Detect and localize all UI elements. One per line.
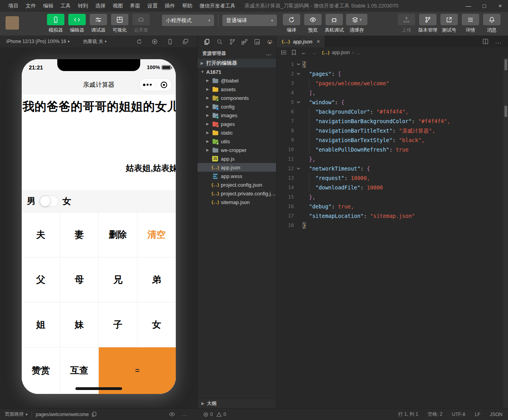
fold-chevron-icon[interactable]	[294, 98, 303, 107]
sim-multi-window-button[interactable]	[183, 39, 188, 45]
menu-item[interactable]: 界面	[126, 0, 144, 12]
sim-record-button[interactable]	[152, 39, 158, 45]
keypad-button[interactable]: 父	[22, 257, 60, 302]
hot-reload-toggle[interactable]: 热重载 关 ▾	[83, 38, 107, 45]
page-path-label[interactable]: 页面路径	[5, 411, 24, 418]
tree-section[interactable]: ▼A1671	[198, 68, 276, 76]
compile-select[interactable]: 普通编译 ▾	[222, 15, 277, 26]
keypad-button[interactable]: 夫	[22, 212, 60, 257]
statusbar-segment[interactable]: UTF-8	[452, 412, 465, 417]
folder-item[interactable]: ▶utils	[198, 137, 276, 146]
statusbar-segment[interactable]: 空格: 2	[428, 411, 442, 418]
more-menu-button[interactable]	[139, 84, 156, 86]
eye-icon[interactable]	[169, 412, 175, 416]
menu-item[interactable]: 微信开发者工具	[196, 0, 239, 12]
sim-phone-frame-button[interactable]	[167, 39, 173, 45]
outline-section[interactable]: ▶ 大纲	[198, 398, 276, 408]
keypad-button[interactable]: 妻	[60, 212, 99, 257]
toolbar-button-refresh[interactable]: 编译	[282, 14, 301, 34]
folder-item[interactable]: ▶static	[198, 128, 276, 137]
menu-item[interactable]: 插件	[161, 0, 179, 12]
toolbar-button-bell[interactable]: 消息	[482, 14, 501, 34]
tab-app-json[interactable]: {..} app.json ×	[277, 36, 325, 47]
activity-branch-button[interactable]	[226, 39, 239, 45]
keypad-button[interactable]: 兄	[99, 257, 137, 302]
keypad-button[interactable]: 女	[137, 302, 176, 347]
toolbar-button-external[interactable]: 测试号	[440, 14, 459, 34]
split-editor-icon[interactable]	[483, 39, 488, 44]
overview-ruler[interactable]	[503, 58, 508, 408]
folder-item[interactable]: ▶pages	[198, 120, 276, 128]
close-tab-icon[interactable]: ×	[317, 38, 320, 45]
file-item[interactable]: JSapp.js	[198, 154, 276, 163]
menu-item[interactable]: 设置	[144, 0, 161, 12]
keypad-button[interactable]: 姐	[22, 302, 60, 347]
user-avatar[interactable]	[6, 16, 19, 30]
statusbar-segment[interactable]: LF	[475, 412, 480, 417]
menu-item[interactable]: 编辑	[40, 0, 57, 12]
more-actions-icon[interactable]: ...	[182, 412, 187, 417]
menu-item[interactable]: 帮助	[179, 0, 196, 12]
toolbar-button-phone[interactable]: 模拟器	[46, 14, 65, 34]
toolbar-button-layers[interactable]: ▾清缓存	[346, 14, 367, 34]
menu-item[interactable]: 转到	[74, 0, 92, 12]
keypad-button[interactable]: 删除	[99, 212, 137, 257]
toolbar-button-debug[interactable]: 调试器	[89, 14, 108, 34]
toolbar-button-code[interactable]: 编辑器	[68, 14, 87, 34]
exit-button[interactable]	[156, 81, 172, 89]
folder-item[interactable]: ▶components	[198, 94, 276, 102]
breadcrumb[interactable]: {..} app.json › ...	[322, 50, 360, 55]
keypad-button[interactable]: 赞赏	[22, 347, 60, 394]
file-item[interactable]: {..}sitemap.json	[198, 198, 276, 206]
keypad-button[interactable]: 清空	[137, 212, 176, 257]
activity-extensions-button[interactable]	[238, 39, 251, 45]
device-select[interactable]: iPhone 12/13 (Pro) 100% 16 ▾	[6, 39, 70, 44]
nav-back-icon[interactable]: ←	[301, 49, 307, 56]
copy-icon[interactable]	[92, 412, 96, 417]
more-actions-icon[interactable]: ...	[266, 51, 271, 56]
tree-section[interactable]: ▶打开的编辑器	[198, 59, 276, 68]
code-editor[interactable]: 1{2 "pages": [3 "pages/welcome/welcome"4…	[277, 58, 508, 408]
keypad-button[interactable]: 子	[99, 302, 137, 347]
more-actions-icon[interactable]: ...	[495, 38, 502, 45]
fold-chevron-icon[interactable]	[294, 164, 303, 173]
bookmark-icon[interactable]	[292, 50, 296, 55]
keypad-button[interactable]: 弟	[137, 257, 176, 302]
mode-select[interactable]: 小程序模式 ▾	[162, 15, 214, 26]
problems-indicator[interactable]: 0 0	[198, 412, 277, 417]
gender-switch[interactable]	[40, 195, 58, 207]
toolbar-button-eye[interactable]: 预览	[303, 14, 322, 34]
folder-item[interactable]: ▶assets	[198, 85, 276, 94]
sim-rotate-button[interactable]	[136, 39, 142, 45]
fold-chevron-icon[interactable]	[294, 60, 303, 69]
activity-npm-button[interactable]	[251, 39, 263, 45]
toolbar-button-branch[interactable]: 版本管理	[418, 14, 437, 34]
folder-item[interactable]: ▶config	[198, 102, 276, 111]
folder-item[interactable]: ▶images	[198, 111, 276, 120]
menu-item[interactable]: 选择	[92, 0, 109, 12]
menu-item[interactable]: 文件	[22, 0, 40, 12]
menu-item[interactable]: 视图	[109, 0, 126, 12]
toolbar-button-bug[interactable]: 真机调试	[325, 14, 344, 34]
folder-item[interactable]: ▶@babel	[198, 76, 276, 85]
activity-files-button[interactable]	[201, 39, 213, 45]
toolbar-button-menu[interactable]: 详情	[461, 14, 480, 34]
menu-item[interactable]: 工具	[57, 0, 74, 12]
close-button[interactable]: ×	[492, 0, 508, 12]
activity-search-button[interactable]	[213, 39, 226, 45]
file-item[interactable]: {..}app.json	[198, 163, 276, 172]
statusbar-segment[interactable]: 行 1, 列 1	[398, 411, 418, 418]
keypad-button[interactable]: 母	[60, 257, 99, 302]
file-item[interactable]: app.wxss	[198, 172, 276, 180]
folder-item[interactable]: ▶we-cropper	[198, 146, 276, 154]
minimize-button[interactable]: —	[461, 0, 476, 12]
fold-chevron-icon[interactable]	[294, 69, 303, 79]
toolbar-button-layout[interactable]: 可视化	[110, 14, 129, 34]
keypad-button[interactable]: 妹	[60, 302, 99, 347]
maximize-button[interactable]: □	[476, 0, 492, 12]
activity-paw-button[interactable]	[263, 39, 276, 45]
file-item[interactable]: {..}project.private.config.js...	[198, 189, 276, 198]
menu-item[interactable]: 项目	[5, 0, 22, 12]
statusbar-segment[interactable]: JSON	[490, 412, 502, 417]
outline-list-icon[interactable]	[281, 50, 287, 55]
